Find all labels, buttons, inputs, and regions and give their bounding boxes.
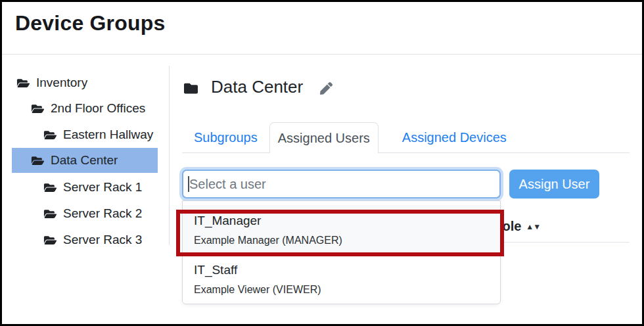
device-groups-window: Device Groups Inventory 2nd Floor Office… <box>0 0 644 326</box>
sidebar-item-label: Server Rack 3 <box>63 233 142 247</box>
folder-open-icon <box>16 78 30 89</box>
sidebar-item-2nd-floor-offices[interactable]: 2nd Floor Offices <box>12 96 158 121</box>
sidebar-item-server-rack-2[interactable]: Server Rack 2 <box>12 201 158 226</box>
group-header: Data Center <box>183 77 333 97</box>
user-dropdown: IT_Manager Example Manager (MANAGER) IT_… <box>182 200 501 304</box>
tab-assigned-users[interactable]: Assigned Users <box>269 122 379 153</box>
group-title: Data Center <box>211 77 303 97</box>
sort-arrows-icon: ▲▼ <box>526 222 540 231</box>
sidebar-divider <box>169 66 170 245</box>
folder-open-icon <box>43 182 57 193</box>
tab-assigned-devices[interactable]: Assigned Devices <box>390 122 518 152</box>
sidebar-item-server-rack-1[interactable]: Server Rack 1 <box>12 175 158 200</box>
folder-open-icon <box>43 208 57 220</box>
folder-icon <box>183 82 199 95</box>
dropdown-item-subtitle: Example Manager (MANAGER) <box>194 234 489 246</box>
sidebar-item-inventory[interactable]: Inventory <box>12 70 158 95</box>
sidebar-item-label: Eastern Hallway <box>63 128 153 142</box>
folder-open-icon <box>43 129 57 141</box>
text-caret <box>188 176 189 192</box>
tab-subgroups[interactable]: Subgroups <box>182 122 269 152</box>
assign-user-button[interactable]: Assign User <box>509 170 599 198</box>
sidebar-item-label: Server Rack 2 <box>63 206 142 221</box>
page-title: Device Groups <box>15 11 165 35</box>
dropdown-item-title: IT_Staff <box>194 262 489 277</box>
folder-open-icon <box>43 235 57 246</box>
sidebar-item-server-rack-3[interactable]: Server Rack 3 <box>12 227 158 252</box>
pencil-icon[interactable] <box>320 82 333 95</box>
header-divider <box>2 54 642 55</box>
folder-open-icon <box>31 103 45 114</box>
dropdown-item-it-staff[interactable]: IT_Staff Example Viewer (VIEWER) <box>183 254 500 304</box>
sidebar-item-label: Inventory <box>36 76 87 90</box>
dropdown-item-title: IT_Manager <box>194 213 489 228</box>
sidebar-item-label: 2nd Floor Offices <box>51 101 145 116</box>
folder-open-icon <box>31 155 45 166</box>
sidebar-item-label: Server Rack 1 <box>63 180 142 195</box>
sidebar-item-eastern-hallway[interactable]: Eastern Hallway <box>12 122 158 147</box>
user-select-input[interactable] <box>182 170 501 198</box>
dropdown-item-subtitle: Example Viewer (VIEWER) <box>194 283 489 296</box>
tab-bar: Subgroups Assigned Users Assigned Device… <box>182 122 630 153</box>
dropdown-item-it-manager[interactable]: IT_Manager Example Manager (MANAGER) <box>183 205 500 254</box>
sidebar-item-data-center[interactable]: Data Center <box>12 148 158 173</box>
sidebar-item-label: Data Center <box>51 153 118 168</box>
